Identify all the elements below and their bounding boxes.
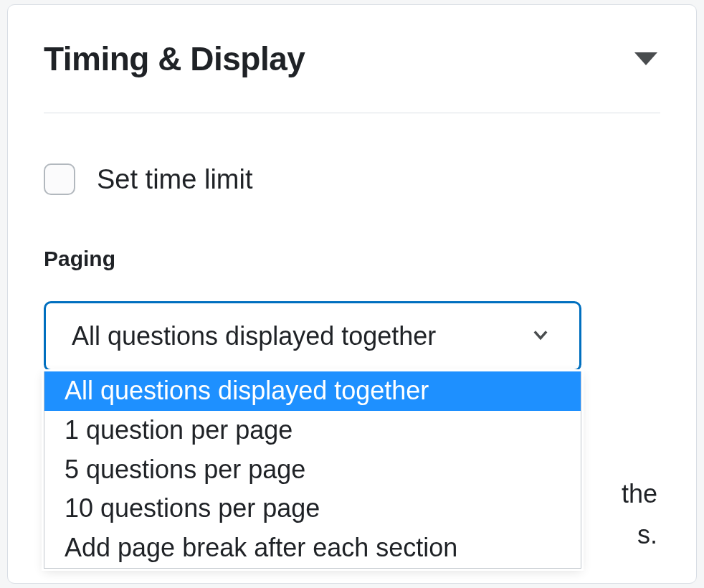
set-time-limit-label: Set time limit xyxy=(97,164,252,195)
paging-select-wrapper: All questions displayed together All que… xyxy=(44,301,581,371)
paging-select[interactable]: All questions displayed together xyxy=(44,301,581,371)
section-header[interactable]: Timing & Display xyxy=(44,39,660,113)
paging-label: Paging xyxy=(44,247,660,271)
obscured-help-text: the s. xyxy=(622,473,657,556)
collapse-caret-icon xyxy=(634,52,657,65)
paging-option-5-per-page[interactable]: 5 questions per page xyxy=(44,450,581,490)
set-time-limit-row[interactable]: Set time limit xyxy=(44,163,660,195)
paging-option-10-per-page[interactable]: 10 questions per page xyxy=(44,489,581,528)
chevron-down-icon xyxy=(531,325,551,348)
paging-option-all-together[interactable]: All questions displayed together xyxy=(44,371,581,411)
timing-display-panel: Timing & Display Set time limit Paging t… xyxy=(7,4,697,584)
paging-option-page-break-section[interactable]: Add page break after each section xyxy=(44,528,581,568)
set-time-limit-checkbox[interactable] xyxy=(44,163,75,195)
paging-dropdown-list: All questions displayed together 1 quest… xyxy=(44,371,581,569)
paging-option-1-per-page[interactable]: 1 question per page xyxy=(44,411,581,450)
section-title: Timing & Display xyxy=(44,39,305,78)
paging-select-value: All questions displayed together xyxy=(72,321,436,351)
